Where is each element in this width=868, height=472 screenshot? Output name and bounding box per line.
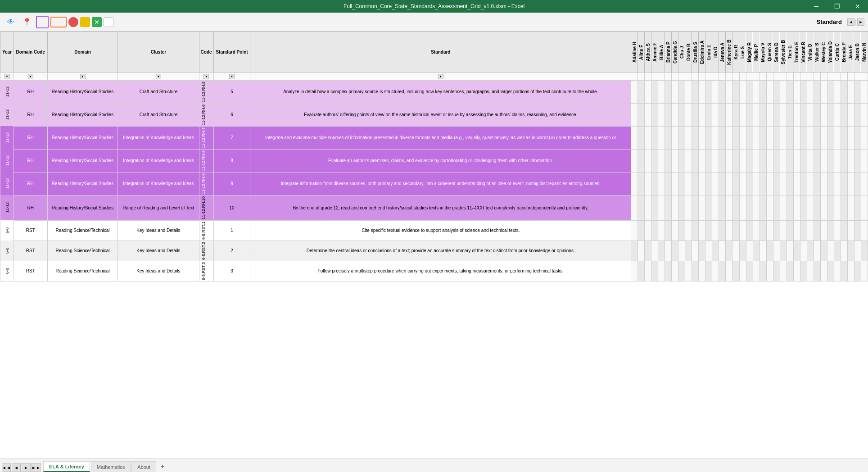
sc-7-31[interactable] [834, 220, 841, 241]
sc-9-11[interactable] [699, 261, 705, 281]
sc-4-19[interactable] [753, 149, 760, 172]
sc-9-18[interactable] [746, 261, 753, 281]
sc-6-6[interactable] [665, 195, 672, 220]
sc-6-16[interactable] [732, 195, 739, 220]
sc-4-33[interactable] [847, 149, 854, 172]
sc-5-11[interactable] [699, 172, 705, 195]
sc-3-28[interactable] [814, 126, 820, 149]
sc-8-30[interactable] [827, 241, 834, 261]
sc-6-15[interactable] [726, 195, 732, 220]
sc-9-1[interactable] [631, 261, 638, 281]
sc-4-11[interactable] [699, 149, 705, 172]
sc-5-27[interactable] [807, 172, 814, 195]
sc-9-34[interactable] [854, 261, 861, 281]
sc-6-30[interactable] [827, 195, 834, 220]
sc-6-32[interactable] [841, 195, 847, 220]
sc-6-10[interactable] [692, 195, 699, 220]
sc-8-27[interactable] [807, 241, 814, 261]
sc-6-31[interactable] [834, 195, 841, 220]
sc-4-20[interactable] [760, 149, 766, 172]
sc-3-10[interactable] [692, 126, 699, 149]
prev-tab-btn[interactable]: ◄ [12, 463, 21, 472]
sc-9-5[interactable] [658, 261, 665, 281]
sc-9-16[interactable] [732, 261, 739, 281]
sc-9-23[interactable] [780, 261, 787, 281]
filter-standard[interactable]: ▼ [250, 73, 631, 81]
sc-7-25[interactable] [793, 220, 800, 241]
sc-6-11[interactable] [699, 195, 705, 220]
sc-5-7[interactable] [672, 172, 678, 195]
sc-7-12[interactable] [705, 220, 712, 241]
sc-7-3[interactable] [645, 220, 651, 241]
sc-8-19[interactable] [753, 241, 760, 261]
sc-9-4[interactable] [651, 261, 658, 281]
sc-5-34[interactable] [854, 172, 861, 195]
sc-2-19[interactable] [753, 103, 760, 126]
sc-6-26[interactable] [800, 195, 807, 220]
sc-4-16[interactable] [732, 149, 739, 172]
sc-7-18[interactable] [746, 220, 753, 241]
sc-9-13[interactable] [712, 261, 719, 281]
sc-5-23[interactable] [780, 172, 787, 195]
sc-5-16[interactable] [732, 172, 739, 195]
sc-2-31[interactable] [834, 103, 841, 126]
sc-1-9[interactable] [685, 80, 692, 103]
sc-6-18[interactable] [746, 195, 753, 220]
sc-8-7[interactable] [672, 241, 678, 261]
sc-1-1[interactable] [631, 80, 638, 103]
filter-code-dropdown[interactable]: ▼ [203, 74, 209, 79]
sc-2-10[interactable] [692, 103, 699, 126]
add-sheet-button[interactable]: + [157, 461, 168, 472]
sc-7-35[interactable] [861, 220, 868, 241]
sc-4-30[interactable] [827, 149, 834, 172]
sc-3-25[interactable] [793, 126, 800, 149]
sc-3-9[interactable] [685, 126, 692, 149]
sc-1-33[interactable] [847, 80, 854, 103]
sc-8-15[interactable] [726, 241, 732, 261]
sc-3-26[interactable] [800, 126, 807, 149]
sc-2-30[interactable] [827, 103, 834, 126]
sc-5-26[interactable] [800, 172, 807, 195]
sc-8-32[interactable] [841, 241, 847, 261]
sc-6-9[interactable] [685, 195, 692, 220]
sc-5-19[interactable] [753, 172, 760, 195]
sc-9-14[interactable] [719, 261, 726, 281]
sc-3-15[interactable] [726, 126, 732, 149]
sc-9-21[interactable] [766, 261, 773, 281]
eye-icon[interactable]: 👁 [4, 15, 18, 29]
sc-3-13[interactable] [712, 126, 719, 149]
sc-3-6[interactable] [665, 126, 672, 149]
sc-4-6[interactable] [665, 149, 672, 172]
sc-4-23[interactable] [780, 149, 787, 172]
sc-7-5[interactable] [658, 220, 665, 241]
sc-2-22[interactable] [773, 103, 780, 126]
sc-8-14[interactable] [719, 241, 726, 261]
sc-6-22[interactable] [773, 195, 780, 220]
sc-8-1[interactable] [631, 241, 638, 261]
sc-9-8[interactable] [678, 261, 685, 281]
filter-domain-code-dropdown[interactable]: ▼ [28, 74, 33, 79]
sc-3-33[interactable] [847, 126, 854, 149]
sc-1-11[interactable] [699, 80, 705, 103]
sc-6-3[interactable] [645, 195, 651, 220]
sc-3-21[interactable] [766, 126, 773, 149]
last-tab-btn[interactable]: ►► [32, 463, 41, 472]
sc-8-22[interactable] [773, 241, 780, 261]
filter-domain-code[interactable]: ▼ [14, 73, 48, 81]
filter-year[interactable]: ▼ [0, 73, 14, 81]
sc-2-8[interactable] [678, 103, 685, 126]
sc-1-31[interactable] [834, 80, 841, 103]
sc-6-24[interactable] [787, 195, 793, 220]
sc-5-32[interactable] [841, 172, 847, 195]
sc-1-6[interactable] [665, 80, 672, 103]
sc-2-13[interactable] [712, 103, 719, 126]
sc-7-26[interactable] [800, 220, 807, 241]
sc-2-7[interactable] [672, 103, 678, 126]
sc-4-9[interactable] [685, 149, 692, 172]
sc-8-2[interactable] [638, 241, 645, 261]
sc-3-19[interactable] [753, 126, 760, 149]
sc-3-11[interactable] [699, 126, 705, 149]
sc-7-23[interactable] [780, 220, 787, 241]
sc-7-28[interactable] [814, 220, 820, 241]
sc-7-16[interactable] [732, 220, 739, 241]
